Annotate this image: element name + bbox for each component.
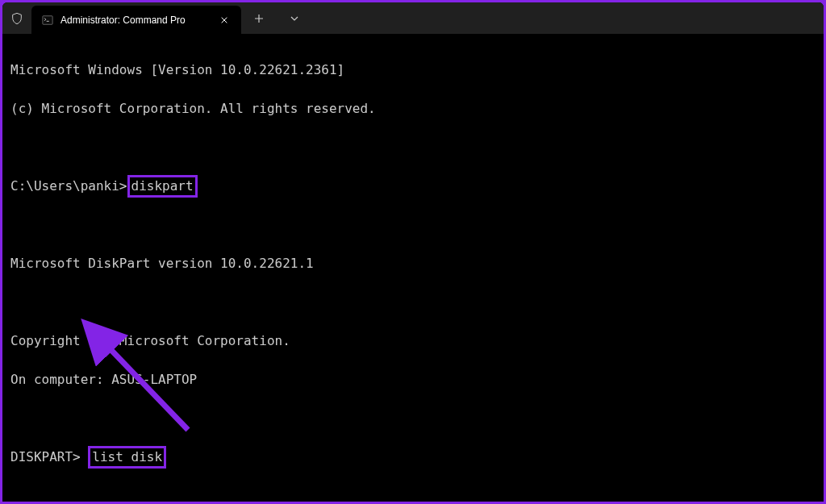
blank-line — [10, 215, 816, 235]
title-bar: Administrator: Command Pro — [2, 2, 824, 35]
shield-icon — [2, 2, 31, 34]
tab-title: Administrator: Command Pro — [60, 15, 211, 26]
output-line: Microsoft DiskPart version 10.0.22621.1 — [10, 254, 816, 273]
output-line: (c) Microsoft Corporation. All rights re… — [10, 99, 816, 119]
new-tab-button[interactable] — [241, 2, 277, 34]
blank-line — [10, 293, 816, 312]
prompt-line: DISKPART> list disk — [10, 448, 816, 467]
blank-line — [10, 486, 816, 502]
window-frame: Administrator: Command Pro Microsoft Win… — [2, 2, 824, 502]
prompt-line: C:\Users\panki>diskpart — [10, 177, 816, 196]
highlighted-command: list disk — [88, 446, 166, 469]
output-line: Copyright (C) Microsoft Corporation. — [10, 331, 816, 351]
terminal-content[interactable]: Microsoft Windows [Version 10.0.22621.23… — [2, 35, 824, 502]
svg-rect-0 — [43, 16, 52, 25]
terminal-icon — [41, 14, 54, 27]
blank-line — [10, 138, 816, 157]
prompt-prefix: DISKPART> — [10, 449, 88, 464]
highlighted-command: diskpart — [127, 175, 198, 198]
tab-close-button[interactable] — [217, 13, 232, 27]
output-line: Microsoft Windows [Version 10.0.22621.23… — [10, 60, 816, 80]
output-line: On computer: ASUS-LAPTOP — [10, 370, 816, 389]
tab-dropdown-button[interactable] — [277, 2, 312, 34]
tab-active[interactable]: Administrator: Command Pro — [31, 6, 241, 35]
prompt-prefix: C:\Users\panki> — [10, 178, 127, 194]
blank-line — [10, 409, 816, 428]
